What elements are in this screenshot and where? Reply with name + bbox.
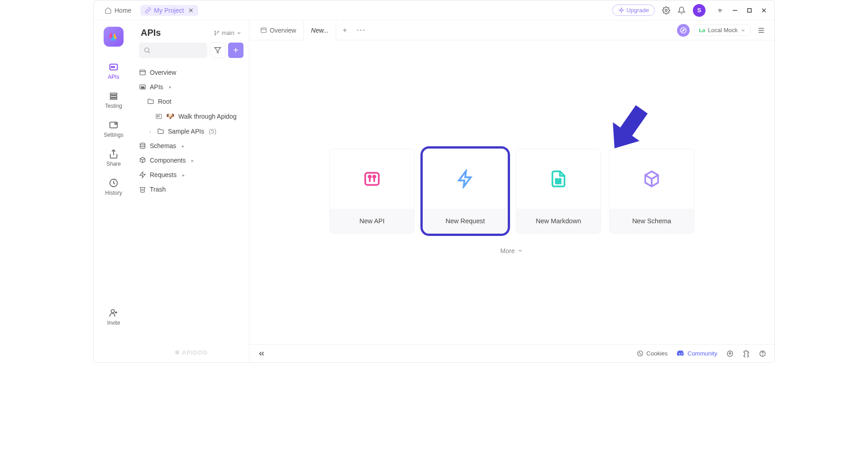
project-tab-label: My Project xyxy=(154,7,184,14)
rail-invite[interactable]: Invite xyxy=(94,303,134,331)
tree-components[interactable]: Components ▸ xyxy=(139,153,243,168)
svg-text:9&: 9& xyxy=(141,86,144,89)
tree-requests[interactable]: Requests ▸ xyxy=(139,168,243,182)
svg-point-19 xyxy=(215,34,215,35)
compass-icon xyxy=(680,27,687,34)
tree-overview[interactable]: Overview xyxy=(139,65,243,80)
search-input[interactable] xyxy=(139,43,207,58)
upgrade-button[interactable]: Upgrade xyxy=(612,5,655,16)
panel-menu-icon[interactable] xyxy=(755,24,767,36)
help-icon[interactable] xyxy=(759,350,766,357)
svg-point-20 xyxy=(218,31,219,32)
api-card-icon xyxy=(363,170,381,188)
cookies-link[interactable]: Cookies xyxy=(637,350,668,357)
rail-settings[interactable]: Settings xyxy=(94,115,134,143)
chevron-down-icon xyxy=(740,28,746,33)
svg-point-6 xyxy=(111,67,113,68)
svg-point-46 xyxy=(640,354,641,354)
sample-count: (5) xyxy=(209,128,216,135)
chevron-down-icon xyxy=(236,30,242,36)
svg-point-0 xyxy=(665,9,668,11)
tab-close-icon[interactable]: ✕ xyxy=(188,7,194,14)
upgrade-label: Upgrade xyxy=(626,7,649,14)
svg-marker-23 xyxy=(215,48,220,53)
close-window-icon[interactable] xyxy=(761,7,767,14)
settings-rail-icon xyxy=(109,120,119,130)
card-new-markdown[interactable]: M New Markdown xyxy=(516,149,601,234)
svg-text:M: M xyxy=(555,177,561,185)
minimize-icon[interactable] xyxy=(732,7,738,14)
discord-icon xyxy=(677,350,685,358)
branch-selector[interactable]: main xyxy=(214,29,242,36)
card-new-schema[interactable]: New Schema xyxy=(609,149,694,234)
svg-rect-38 xyxy=(365,173,379,185)
app-logo[interactable] xyxy=(104,27,124,47)
project-icon xyxy=(145,7,151,14)
filter-button[interactable] xyxy=(210,43,225,58)
svg-point-15 xyxy=(111,310,114,313)
add-button[interactable]: + xyxy=(228,43,243,58)
rail-apis[interactable]: APIs xyxy=(94,58,134,85)
rail-label: Share xyxy=(106,161,121,167)
quick-action-button[interactable] xyxy=(677,24,690,37)
svg-rect-9 xyxy=(110,96,117,97)
tab-more-icon[interactable]: ··· xyxy=(353,26,369,34)
folder-icon xyxy=(157,128,164,135)
tab-new[interactable]: New... xyxy=(304,20,336,40)
tab-add-icon[interactable]: + xyxy=(336,26,353,34)
rail-history[interactable]: History xyxy=(94,173,134,201)
logo-icon xyxy=(107,30,120,43)
apis-tree-icon: 9& xyxy=(139,83,146,91)
svg-rect-2 xyxy=(748,9,751,12)
nav-rail: APIs Testing Settings Share History Invi… xyxy=(94,20,134,362)
rail-share[interactable]: Share xyxy=(94,144,134,172)
home-icon xyxy=(105,7,112,14)
project-tab[interactable]: My Project ✕ xyxy=(140,5,198,16)
card-new-api[interactable]: New API xyxy=(329,149,415,234)
folder-icon xyxy=(147,98,154,105)
rail-label: Testing xyxy=(105,103,122,109)
share-icon xyxy=(109,149,119,159)
svg-point-18 xyxy=(215,31,215,32)
callout-arrow-icon xyxy=(580,67,661,149)
user-avatar[interactable]: S xyxy=(693,4,706,17)
tree-trash[interactable]: Trash xyxy=(139,182,243,197)
settings-icon[interactable] xyxy=(662,6,670,14)
invite-icon xyxy=(109,308,119,318)
env-badge: Lo xyxy=(699,28,705,33)
pin-icon[interactable] xyxy=(716,7,724,14)
apis-icon xyxy=(109,62,119,72)
tab-overview[interactable]: Overview xyxy=(253,20,304,40)
maximize-icon[interactable] xyxy=(746,7,753,14)
svg-rect-28 xyxy=(156,114,162,118)
svg-marker-37 xyxy=(601,100,655,149)
tree-walkthrough[interactable]: 🐶 Walk through Apidog xyxy=(139,109,243,124)
tree-sample-apis[interactable]: › Sample APIs (5) xyxy=(139,124,243,139)
tabbar: Overview New... + ··· Lo Local Mock xyxy=(249,20,774,40)
rail-label: Settings xyxy=(104,132,123,138)
chevron-right-icon: ▸ xyxy=(189,158,196,163)
sidebar: APIs main + Overview 9& APIs xyxy=(134,20,249,362)
schema-icon xyxy=(139,142,146,149)
branch-icon xyxy=(214,30,220,36)
more-link[interactable]: More xyxy=(501,247,524,255)
svg-rect-8 xyxy=(110,93,117,95)
environment-selector[interactable]: Lo Local Mock xyxy=(694,24,751,36)
svg-point-7 xyxy=(114,67,115,68)
bell-icon[interactable] xyxy=(677,6,686,14)
chevron-right-icon: › xyxy=(147,129,153,134)
rail-testing[interactable]: Testing xyxy=(94,86,134,114)
env-name: Local Mock xyxy=(708,27,738,34)
upload-icon[interactable] xyxy=(726,350,734,357)
theme-icon[interactable] xyxy=(743,350,750,357)
tree-apis[interactable]: 9& APIs ▾ xyxy=(139,80,243,94)
collapse-icon[interactable] xyxy=(258,350,266,358)
schema-card-icon xyxy=(643,170,661,188)
community-link[interactable]: Community xyxy=(677,350,717,358)
home-nav[interactable]: Home xyxy=(101,5,135,16)
card-new-request[interactable]: New Request xyxy=(423,149,508,234)
requests-icon xyxy=(139,171,146,178)
tree-schemas[interactable]: Schemas ▸ xyxy=(139,139,243,153)
request-card-icon xyxy=(456,169,475,188)
tree-root[interactable]: Root xyxy=(139,94,243,109)
